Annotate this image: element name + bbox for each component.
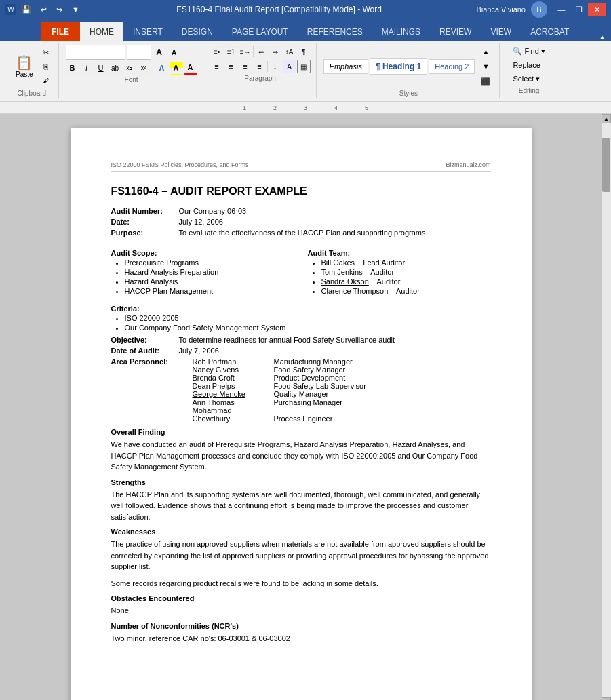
overall-finding-title: Overall Finding (111, 428, 491, 436)
shading-btn[interactable]: A (283, 60, 296, 73)
ruler-mark: 4 (334, 104, 338, 111)
copy-btn[interactable]: ⎘ (39, 60, 53, 73)
styles-gallery: Emphasis ¶ Heading 1 Heading 2 ▲ ▼ ⬛ (323, 45, 494, 88)
vertical-scrollbar[interactable]: ▲ ▼ (602, 114, 611, 700)
styles-scroll-down-btn[interactable]: ▼ (477, 60, 494, 73)
align-left-btn[interactable]: ≡ (210, 60, 224, 73)
undo-quick-btn[interactable]: ↩ (38, 4, 50, 16)
date-value: July 12, 2006 (179, 218, 491, 226)
maximize-btn[interactable]: ❐ (570, 3, 588, 16)
styles-scroll-up-btn[interactable]: ▲ (477, 45, 494, 58)
user-name: Bianca Viviano (476, 5, 526, 14)
ap-row-2: Nancy Givens Food Safety Manager (193, 366, 366, 374)
text-effects-btn[interactable]: A (155, 61, 169, 75)
save-quick-btn[interactable]: 💾 (19, 4, 34, 16)
ruler-mark: 2 (273, 104, 277, 111)
style-heading1[interactable]: ¶ Heading 1 (370, 58, 427, 75)
audit-scope-title: Audit Scope: (111, 249, 294, 257)
date-of-audit-value: July 7, 2006 (179, 347, 491, 355)
styles-group: Emphasis ¶ Heading 1 Heading 2 ▲ ▼ ⬛ Sty… (318, 43, 500, 98)
scroll-up-btn[interactable]: ▲ (602, 114, 611, 123)
strengths-text: The HACCP Plan and its supporting system… (111, 489, 491, 523)
scroll-track[interactable] (602, 123, 611, 697)
ribbon-tab-bar: FILE HOME INSERT DESIGN PAGE LAYOUT REFE… (0, 19, 611, 41)
scroll-thumb[interactable] (602, 138, 610, 192)
increase-indent-btn[interactable]: ⇒ (269, 45, 282, 58)
bullets-btn[interactable]: ≡• (210, 45, 224, 58)
numbering-btn[interactable]: ≡1 (224, 45, 238, 58)
purpose-field: Purpose: To evaluate the effectiveness o… (111, 229, 491, 237)
scope-item-2: Hazard Analysis Preparation (125, 268, 294, 276)
tab-acrobat[interactable]: ACROBAT (521, 22, 578, 41)
style-emphasis[interactable]: Emphasis (323, 59, 368, 74)
multilevel-btn[interactable]: ≡→ (239, 45, 252, 58)
editing-label: Editing (519, 87, 540, 94)
scroll-down-btn[interactable]: ▼ (602, 697, 611, 700)
document-page: ISO 22000 FSMS Policies, Procedures, and… (71, 128, 532, 700)
date-label: Date: (111, 218, 179, 226)
team-member-2: Tom Jenkins Auditor (321, 268, 491, 276)
tab-file[interactable]: FILE (41, 22, 80, 41)
tab-mailings[interactable]: MAILINGS (372, 22, 430, 41)
align-center-btn[interactable]: ≡ (224, 60, 238, 73)
minimize-btn[interactable]: — (553, 3, 570, 16)
document-scroll[interactable]: ISO 22000 FSMS Policies, Procedures, and… (0, 114, 602, 700)
align-right-btn[interactable]: ≡ (239, 60, 252, 73)
superscript-btn[interactable]: x² (137, 61, 151, 75)
style-heading2[interactable]: Heading 2 (429, 59, 475, 74)
tab-home[interactable]: HOME (80, 22, 123, 41)
tab-view[interactable]: VIEW (481, 22, 521, 41)
justify-btn[interactable]: ≡ (253, 60, 267, 73)
tab-page-layout[interactable]: PAGE LAYOUT (222, 22, 298, 41)
editing-group: 🔍 Find ▾ Replace Select ▾ Editing (501, 43, 557, 98)
replace-button[interactable]: Replace (507, 59, 551, 71)
quick-access-toolbar: 💾 ↩ ↪ ▼ (19, 4, 82, 16)
italic-btn[interactable]: I (80, 61, 94, 75)
line-spacing-btn[interactable]: ↕ (269, 60, 282, 73)
font-size-increase-btn[interactable]: A (153, 45, 166, 59)
font-size-decrease-btn[interactable]: A (167, 45, 181, 59)
title-bar: W 💾 ↩ ↪ ▼ FS1160-4 Final Audit Report [C… (0, 0, 611, 19)
bold-btn[interactable]: B (66, 61, 79, 75)
redo-quick-btn[interactable]: ↪ (54, 4, 65, 16)
tab-references[interactable]: REFERENCES (298, 22, 372, 41)
strikethrough-btn[interactable]: ab (109, 61, 122, 75)
ncr-text: Two minor, reference CAR no's: 06-03001 … (111, 633, 491, 644)
font-group: Arial 12 A A B I U ab x₂ x² A A A (60, 43, 203, 98)
show-hide-btn[interactable]: ¶ (297, 45, 311, 58)
tab-design[interactable]: DESIGN (172, 22, 222, 41)
objective-value: To determine readiness for annual Food S… (179, 336, 491, 344)
tab-review[interactable]: REVIEW (430, 22, 481, 41)
document-title: FS1160-4 – AUDIT REPORT EXAMPLE (111, 185, 491, 197)
font-label: Font (125, 76, 138, 83)
styles-more-btn[interactable]: ⬛ (477, 75, 494, 88)
sort-btn[interactable]: ↕A (283, 45, 296, 58)
decrease-indent-btn[interactable]: ⇐ (254, 45, 268, 58)
format-painter-btn[interactable]: 🖌 (39, 74, 53, 88)
ribbon-toggle-btn[interactable]: ▲ (599, 33, 606, 41)
objective-field: Objective: To determine readiness for an… (111, 336, 491, 344)
select-button[interactable]: Select ▾ (507, 73, 546, 85)
cut-btn[interactable]: ✂ (39, 45, 53, 59)
tab-insert[interactable]: INSERT (123, 22, 172, 41)
paragraph-label: Paragraph (244, 75, 276, 82)
find-button[interactable]: 🔍 Find ▾ (507, 45, 551, 58)
objective-label: Objective: (111, 336, 179, 344)
paste-button[interactable]: 📋 Paste (11, 52, 38, 81)
clipboard-label: Clipboard (17, 90, 46, 97)
font-color-btn[interactable]: A (184, 61, 197, 75)
ap-row-4: Dean Phelps Food Safety Lab Supervisor (193, 382, 366, 390)
underline-btn[interactable]: U (94, 61, 108, 75)
subscript-btn[interactable]: x₂ (123, 61, 136, 75)
paragraph-group: ≡• ≡1 ≡→ ⇐ ⇒ ↕A ¶ ≡ ≡ ≡ ≡ ↕ A (205, 43, 317, 98)
customize-quick-btn[interactable]: ▼ (69, 4, 82, 15)
overall-finding-text: We have conducted an audit of Prerequisi… (111, 439, 491, 473)
ap-row-7b: Chowdhury Process Engineer (193, 414, 366, 423)
highlight-btn[interactable]: A (170, 61, 183, 75)
borders-btn[interactable]: ▦ (297, 60, 311, 73)
font-size-input[interactable]: 12 (127, 45, 151, 60)
para-div1 (253, 46, 254, 57)
date-of-audit-label: Date of Audit: (111, 347, 179, 355)
font-name-input[interactable]: Arial (66, 45, 125, 60)
close-btn[interactable]: ✕ (588, 3, 606, 16)
